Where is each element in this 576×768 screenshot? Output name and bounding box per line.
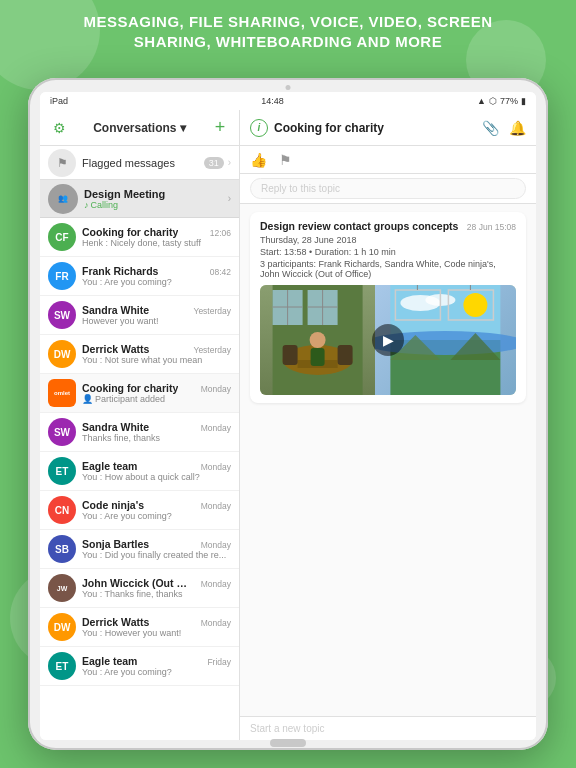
attachment-icon[interactable]: 📎	[482, 120, 499, 136]
gear-button[interactable]: ⚙	[48, 117, 70, 139]
bluetooth-icon: ⬡	[489, 96, 497, 106]
sidebar-header: ⚙ Conversations ▾ +	[40, 110, 239, 146]
ipad-frame: iPad 14:48 ▲ ⬡ 77% ▮ ⚙ Conv	[28, 78, 548, 750]
design-meeting-name: Design Meeting	[84, 188, 228, 200]
conv-name: Sonja Bartles	[82, 538, 149, 550]
conv-body: Sandra White Yesterday However you want!	[82, 304, 231, 326]
conv-preview: You : Are you coming?	[82, 511, 231, 521]
message-time: 28 Jun 15:08	[467, 222, 516, 232]
conv-preview: You : However you want!	[82, 628, 231, 638]
participant-info: 👤 Participant added	[82, 394, 231, 404]
status-right: ▲ ⬡ 77% ▮	[477, 96, 526, 106]
thumbs-up-icon[interactable]: 👍	[250, 152, 267, 168]
message-participants: 3 participants: Frank Richards, Sandra W…	[260, 259, 516, 279]
list-item[interactable]: JW John Wiccick (Out of ... Monday You :…	[40, 569, 239, 608]
play-button-overlay: ▶	[260, 285, 516, 395]
status-bar: iPad 14:48 ▲ ⬡ 77% ▮	[40, 92, 536, 110]
design-meeting-status: ♪ Calling	[84, 200, 228, 210]
list-item[interactable]: omlet Cooking for charity Monday 👤 Parti…	[40, 374, 239, 413]
chevron-right-icon: ›	[228, 157, 231, 168]
conv-body: Cooking for charity 12:06 Henk : Nicely …	[82, 226, 231, 248]
conv-time: 08:42	[210, 267, 231, 277]
list-item[interactable]: DW Derrick Watts Yesterday You : Not sur…	[40, 335, 239, 374]
add-icon: +	[215, 117, 226, 138]
flagged-messages-row[interactable]: ⚑ Flagged messages 31 ›	[40, 146, 239, 180]
conv-name: Frank Richards	[82, 265, 158, 277]
phone-icon: ♪	[84, 200, 89, 210]
conv-time: Monday	[201, 462, 231, 472]
conv-preview: However you want!	[82, 316, 231, 326]
battery-percent: 77%	[500, 96, 518, 106]
conv-name: Code ninja's	[82, 499, 144, 511]
conversations-label: Conversations	[93, 121, 176, 135]
conv-preview: Henk : Nicely done, tasty stuff	[82, 238, 231, 248]
conv-name: Cooking for charity	[82, 226, 178, 238]
wifi-icon: ▲	[477, 96, 486, 106]
conv-time: Monday	[201, 423, 231, 433]
conv-preview: You : Thanks fine, thanks	[82, 589, 231, 599]
omlet-avatar: omlet	[48, 379, 76, 407]
message-header: Design review contact groups concepts 28…	[260, 220, 516, 232]
right-panel-header: i Cooking for charity 📎 🔔	[240, 110, 536, 146]
list-item[interactable]: CN Code ninja's Monday You : Are you com…	[40, 491, 239, 530]
reply-input[interactable]: Reply to this topic	[250, 178, 526, 199]
list-item[interactable]: SW Sandra White Monday Thanks fine, than…	[40, 413, 239, 452]
sidebar: ⚙ Conversations ▾ + ⚑ Flagged messages 3…	[40, 110, 240, 740]
avatar: SB	[48, 535, 76, 563]
avatar: SW	[48, 301, 76, 329]
avatar: DW	[48, 613, 76, 641]
message-date: Thursday, 28 June 2018	[260, 235, 516, 245]
action-bar: 👍 ⚑	[240, 146, 536, 174]
list-item[interactable]: SB Sonja Bartles Monday You : Did you fi…	[40, 530, 239, 569]
design-meeting-avatar: 👥	[48, 184, 78, 214]
status-device: iPad	[50, 96, 68, 106]
right-panel-title: Cooking for charity	[274, 121, 482, 135]
design-meeting-info: Design Meeting ♪ Calling	[84, 188, 228, 210]
flag-icon: ⚑	[48, 149, 76, 177]
conv-time: 12:06	[210, 228, 231, 238]
design-meeting-row[interactable]: 👥 Design Meeting ♪ Calling ›	[40, 180, 239, 218]
new-topic-input[interactable]: Start a new topic	[250, 723, 526, 734]
participant-text: Participant added	[95, 394, 165, 404]
list-item[interactable]: FR Frank Richards 08:42 You : Are you co…	[40, 257, 239, 296]
conv-name: Derrick Watts	[82, 616, 149, 628]
new-topic-placeholder: Start a new topic	[250, 723, 324, 734]
app-content: ⚙ Conversations ▾ + ⚑ Flagged messages 3…	[40, 110, 536, 740]
bottom-input-area: Start a new topic	[240, 716, 536, 740]
conv-preview: Thanks fine, thanks	[82, 433, 231, 443]
message-card: Design review contact groups concepts 28…	[250, 212, 526, 403]
dm-chevron-icon: ›	[228, 193, 231, 204]
message-start: Start: 13:58 • Duration: 1 h 10 min	[260, 247, 516, 257]
conv-preview: You : Are you coming?	[82, 277, 231, 287]
conv-body: Code ninja's Monday You : Are you coming…	[82, 499, 231, 521]
conv-name: Sandra White	[82, 421, 149, 433]
add-conversation-button[interactable]: +	[209, 117, 231, 139]
conv-body: Derrick Watts Yesterday You : Not sure w…	[82, 343, 231, 365]
list-item[interactable]: ET Eagle team Friday You : Are you comin…	[40, 647, 239, 686]
conv-body: Derrick Watts Monday You : However you w…	[82, 616, 231, 638]
list-item[interactable]: CF Cooking for charity 12:06 Henk : Nice…	[40, 218, 239, 257]
play-button[interactable]: ▶	[372, 324, 404, 356]
list-item[interactable]: SW Sandra White Yesterday However you wa…	[40, 296, 239, 335]
conv-preview: You : Are you coming?	[82, 667, 231, 677]
info-button[interactable]: i	[250, 119, 268, 137]
home-button	[270, 739, 306, 747]
flag-action-icon[interactable]: ⚑	[279, 152, 292, 168]
right-panel: i Cooking for charity 📎 🔔 👍 ⚑ Reply to t…	[240, 110, 536, 740]
conv-time: Monday	[201, 540, 231, 550]
conv-preview: You : How about a quick call?	[82, 472, 231, 482]
conversation-list: CF Cooking for charity 12:06 Henk : Nice…	[40, 218, 239, 740]
list-item[interactable]: DW Derrick Watts Monday You : However yo…	[40, 608, 239, 647]
conv-time: Yesterday	[194, 306, 232, 316]
list-item[interactable]: ET Eagle team Monday You : How about a q…	[40, 452, 239, 491]
dropdown-icon: ▾	[180, 121, 186, 135]
conv-body: Eagle team Friday You : Are you coming?	[82, 655, 231, 677]
conv-body: Cooking for charity Monday 👤 Participant…	[82, 382, 231, 404]
bell-icon[interactable]: 🔔	[509, 120, 526, 136]
conv-name: John Wiccick (Out of ...	[82, 577, 192, 589]
video-thumbnail[interactable]: ▶	[260, 285, 516, 395]
avatar: ET	[48, 457, 76, 485]
conv-preview: You : Did you finally created the re...	[82, 550, 231, 560]
right-panel-icons: 📎 🔔	[482, 120, 526, 136]
message-title: Design review contact groups concepts	[260, 220, 458, 232]
